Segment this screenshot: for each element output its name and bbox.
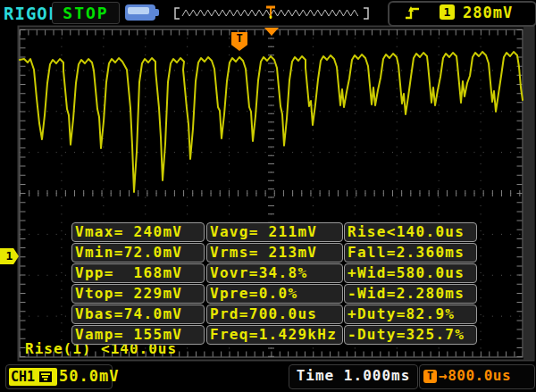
trigger-offset-box: T →800.0us bbox=[419, 364, 535, 389]
trigger-level-value: 280mV bbox=[463, 4, 513, 21]
measurement-cell: Vpp= 168mV bbox=[71, 263, 205, 283]
measurement-cell: +Wid=580.0us bbox=[344, 263, 477, 283]
measurement-cell: Vavg= 211mV bbox=[206, 222, 343, 242]
measurement-cell: Vmin=72.0mV bbox=[71, 243, 205, 263]
bracket-right-icon bbox=[364, 8, 368, 19]
measurement-cell: -Duty=325.7% bbox=[344, 325, 477, 345]
battery-nub bbox=[155, 9, 159, 16]
measurement-cell: +Duty=82.9% bbox=[344, 304, 477, 324]
trigger-offset-value: →800.0us bbox=[439, 367, 511, 384]
brand-logo: RIGOL bbox=[4, 4, 59, 23]
measurement-cell: Vrms= 213mV bbox=[206, 243, 343, 263]
timebase-value: 1.000ms bbox=[344, 367, 410, 384]
waveform-preview-bar bbox=[172, 5, 371, 21]
timebase-box: Time 1.000ms bbox=[289, 364, 418, 389]
measurement-cell: Vpre=0.0% bbox=[206, 284, 343, 304]
rising-edge-icon bbox=[404, 4, 422, 21]
channel1-badge-label: CH1 bbox=[11, 369, 35, 385]
measurement-cell: Vamp= 155mV bbox=[71, 325, 205, 345]
battery-icon bbox=[125, 4, 155, 21]
channel1-badge: CH1 bbox=[9, 368, 57, 386]
bezel-right bbox=[523, 27, 534, 360]
coupling-icon bbox=[39, 371, 52, 382]
trigger-offset-t-icon: T bbox=[423, 370, 437, 383]
measurement-cell: -Wid=2.280ms bbox=[344, 284, 477, 304]
measurement-cell: Vmax= 240mV bbox=[71, 222, 205, 242]
oscilloscope-screen: RIGOL STOP 1 280mV T 1 Rise(1) <140.0us … bbox=[0, 0, 536, 392]
measurement-cell: Rise<140.0us bbox=[344, 222, 477, 242]
timebase-label: Time bbox=[297, 367, 335, 384]
measurement-cell: Vbas=74.0mV bbox=[71, 304, 205, 324]
trigger-source-badge: 1 bbox=[440, 4, 455, 20]
measurement-cell: Vovr=34.8% bbox=[206, 263, 343, 283]
preview-trigger-dot bbox=[269, 15, 272, 18]
measurement-cell: Freq=1.429kHz bbox=[206, 325, 343, 345]
measurement-cell: Fall=2.360ms bbox=[344, 243, 477, 263]
trigger-position-icon bbox=[264, 28, 279, 36]
bracket-left-icon bbox=[175, 8, 180, 19]
measurement-cell: Vtop= 229mV bbox=[71, 284, 205, 304]
channel1-scale-value: 50.0mV bbox=[59, 367, 119, 385]
run-state-indicator: STOP bbox=[52, 2, 120, 24]
measurement-cell: Prd=700.0us bbox=[206, 304, 343, 324]
channel1-status-box: CH1 50.0mV bbox=[5, 364, 113, 389]
battery-level bbox=[128, 7, 149, 14]
